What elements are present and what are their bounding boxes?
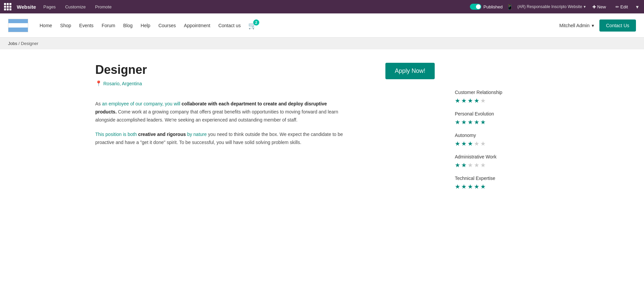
published-label: Published	[483, 4, 502, 9]
published-toggle[interactable]	[470, 4, 481, 10]
user-dropdown[interactable]: Mitchell Admin ▾	[559, 23, 594, 28]
dropdown-chevron: ▾	[592, 23, 594, 28]
skill-name: Administrative Work	[455, 154, 549, 159]
cart-badge: 2	[253, 19, 259, 26]
desc-teal-2: This position is both	[95, 132, 138, 137]
admin-nav-customize[interactable]: Customize	[63, 3, 88, 11]
star-filled-icon: ★	[455, 97, 460, 104]
nav-forum[interactable]: Forum	[98, 21, 118, 30]
edit-button[interactable]: ✏ Edit	[613, 3, 631, 11]
job-title: Designer	[95, 63, 147, 77]
nav-appointment[interactable]: Appointment	[180, 21, 214, 30]
grid-icon[interactable]	[4, 3, 11, 10]
job-description: As an employee of our company, you will …	[95, 100, 343, 147]
star-filled-icon: ★	[468, 140, 473, 147]
admin-nav-promote[interactable]: Promote	[93, 3, 114, 11]
star-filled-icon: ★	[455, 183, 460, 190]
star-filled-icon: ★	[474, 97, 479, 104]
breadcrumb-separator: /	[18, 41, 20, 46]
star-filled-icon: ★	[468, 97, 473, 104]
skill-name: Personal Evolution	[455, 111, 549, 116]
new-button[interactable]: ✚ New	[590, 3, 609, 11]
job-description-p1: As an employee of our company, you will …	[95, 100, 343, 124]
skill-name: Autonomy	[455, 133, 549, 138]
skills-sidebar: Customer Relationship★★★★★Personal Evolu…	[455, 63, 549, 197]
star-rating: ★★★★★	[455, 97, 549, 104]
star-filled-icon: ★	[480, 119, 486, 126]
website-selector[interactable]: (AR) Responsable Inscripto Website ▾	[517, 4, 585, 9]
navbar-right: Mitchell Admin ▾ Contact Us	[559, 19, 636, 32]
admin-bar: Website Pages Customize Promote Publishe…	[0, 0, 644, 13]
nav-events[interactable]: Events	[76, 21, 97, 30]
star-empty-icon: ★	[480, 97, 486, 104]
job-location-text: Rosario, Argentina	[103, 81, 142, 86]
location-pin-icon: 📍	[95, 80, 102, 87]
star-filled-icon: ★	[480, 183, 486, 190]
skill-item: Administrative Work★★★★★	[455, 154, 549, 169]
nav-links: Home Shop Events Forum Blog Help Courses…	[36, 21, 559, 30]
main-content: Designer 📍 Rosario, Argentina Apply Now!…	[87, 49, 557, 210]
desc-teal-1: an employee of our company, you will	[102, 101, 181, 106]
more-options-icon[interactable]: ▾	[635, 2, 640, 11]
nav-contact-us[interactable]: Contact us	[215, 21, 244, 30]
star-empty-icon: ★	[480, 140, 486, 147]
desc-bold-2: creative and rigorous	[138, 132, 186, 137]
star-rating: ★★★★★	[455, 140, 549, 147]
apply-now-button[interactable]: Apply Now!	[385, 63, 435, 79]
site-logo[interactable]	[8, 19, 28, 32]
skill-item: Customer Relationship★★★★★	[455, 90, 549, 104]
admin-bar-left: Website Pages Customize Promote	[4, 3, 467, 11]
nav-blog[interactable]: Blog	[120, 21, 136, 30]
cart-icon-wrapper[interactable]: 🛒 2	[248, 21, 257, 30]
breadcrumb: Jobs / Designer	[0, 38, 644, 49]
star-empty-icon: ★	[468, 161, 473, 169]
star-filled-icon: ★	[455, 161, 460, 169]
star-empty-icon: ★	[474, 140, 479, 147]
admin-bar-right: Published 📱 (AR) Responsable Inscripto W…	[470, 2, 640, 11]
nav-shop[interactable]: Shop	[57, 21, 74, 30]
job-header: Designer 📍 Rosario, Argentina Apply Now!	[95, 63, 435, 87]
desc-teal-3: by nature	[186, 132, 208, 137]
job-body: Designer 📍 Rosario, Argentina Apply Now!…	[95, 63, 435, 197]
star-filled-icon: ★	[468, 183, 473, 190]
nav-courses[interactable]: Courses	[155, 21, 179, 30]
admin-nav-pages[interactable]: Pages	[41, 3, 58, 11]
navbar: Home Shop Events Forum Blog Help Courses…	[0, 13, 644, 38]
star-rating: ★★★★★	[455, 119, 549, 126]
star-filled-icon: ★	[461, 119, 467, 126]
skill-name: Customer Relationship	[455, 90, 549, 95]
published-toggle-container: Published	[470, 4, 502, 10]
job-title-location: Designer 📍 Rosario, Argentina	[95, 63, 147, 87]
star-filled-icon: ★	[461, 161, 467, 169]
nav-home[interactable]: Home	[36, 21, 55, 30]
breadcrumb-jobs-link[interactable]: Jobs	[8, 41, 17, 46]
star-rating: ★★★★★	[455, 183, 549, 190]
admin-brand[interactable]: Website	[17, 4, 36, 10]
star-filled-icon: ★	[474, 183, 479, 190]
job-description-p2: This position is both creative and rigor…	[95, 131, 343, 147]
star-rating: ★★★★★	[455, 161, 549, 169]
breadcrumb-current: Designer	[21, 41, 38, 46]
job-location: 📍 Rosario, Argentina	[95, 80, 147, 87]
mobile-icon[interactable]: 📱	[506, 4, 513, 10]
star-filled-icon: ★	[474, 119, 479, 126]
skill-item: Personal Evolution★★★★★	[455, 111, 549, 126]
star-filled-icon: ★	[455, 119, 460, 126]
skill-item: Autonomy★★★★★	[455, 133, 549, 147]
star-empty-icon: ★	[474, 161, 479, 169]
star-filled-icon: ★	[461, 183, 467, 190]
star-filled-icon: ★	[455, 140, 460, 147]
star-empty-icon: ★	[480, 161, 486, 169]
user-name: Mitchell Admin	[559, 23, 589, 28]
skill-item: Technical Expertise★★★★★	[455, 176, 549, 190]
nav-help[interactable]: Help	[137, 21, 154, 30]
skill-name: Technical Expertise	[455, 176, 549, 181]
star-filled-icon: ★	[468, 119, 473, 126]
contact-us-button[interactable]: Contact Us	[599, 19, 636, 32]
star-filled-icon: ★	[461, 97, 467, 104]
star-filled-icon: ★	[461, 140, 467, 147]
